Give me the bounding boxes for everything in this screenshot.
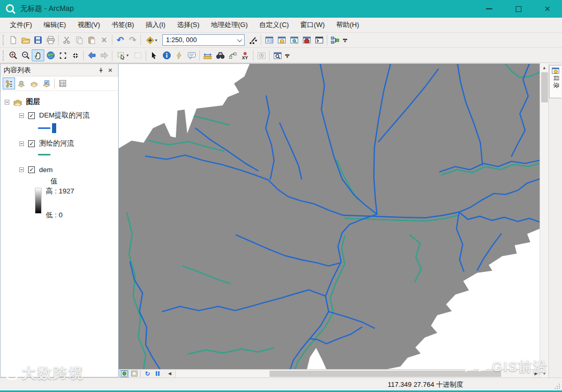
- pin-button[interactable]: [96, 66, 106, 75]
- menu-item-file[interactable]: 文件(F): [4, 18, 38, 32]
- vertical-scrollbar-thumb[interactable]: [541, 72, 548, 102]
- pause-drawing-button[interactable]: [153, 370, 162, 377]
- layout-view-button[interactable]: [130, 370, 138, 377]
- globe-icon: [46, 51, 55, 60]
- viewer-window-button[interactable]: [271, 49, 284, 61]
- save-button[interactable]: [32, 34, 44, 46]
- layer-checkbox[interactable]: ✓: [28, 140, 35, 147]
- toolbar-overflow-button[interactable]: ▬▾: [284, 53, 291, 58]
- layer-checkbox[interactable]: ✓: [28, 166, 35, 173]
- add-data-button[interactable]: ▾: [143, 34, 160, 46]
- list-by-visibility-button[interactable]: [28, 77, 40, 89]
- arctoolbox-window-button[interactable]: [300, 34, 313, 46]
- go-back-extent-button[interactable]: [85, 49, 98, 61]
- scroll-up-button[interactable]: ▲: [540, 63, 549, 72]
- menu-item-edit[interactable]: 编辑(E): [38, 18, 72, 32]
- go-to-xy-button[interactable]: XY: [239, 49, 251, 61]
- toolbar-grip[interactable]: [3, 35, 5, 45]
- search-window-button[interactable]: [288, 34, 300, 46]
- horizontal-scrollbar[interactable]: [175, 370, 532, 377]
- collapse-icon[interactable]: [19, 141, 24, 146]
- menu-item-geoprocessing[interactable]: 地理处理(G): [205, 18, 253, 32]
- menu-item-selection[interactable]: 选择(S): [171, 18, 205, 32]
- layer-row-dem[interactable]: ✓ dem: [1, 164, 118, 175]
- print-button[interactable]: [44, 34, 57, 46]
- layer-root-row[interactable]: 图层: [1, 96, 118, 108]
- modelbuilder-button[interactable]: [329, 34, 341, 46]
- cut-button[interactable]: [60, 34, 73, 46]
- list-by-selection-button[interactable]: [40, 77, 53, 89]
- layer-checkbox[interactable]: ✓: [28, 112, 35, 119]
- go-forward-extent-button[interactable]: [98, 49, 110, 61]
- toolbar-overflow-button[interactable]: ▬▾: [341, 37, 349, 43]
- identify-button[interactable]: [160, 49, 173, 61]
- toolbar-grip[interactable]: [3, 50, 5, 61]
- scroll-right-button[interactable]: ▶: [532, 371, 540, 376]
- scale-combobox[interactable]: 1:250, 000: [162, 34, 245, 46]
- new-map-button[interactable]: [7, 34, 19, 46]
- catalog-tab[interactable]: 目录: [549, 65, 561, 98]
- refresh-view-button[interactable]: ↻: [143, 370, 152, 377]
- collapse-icon[interactable]: [19, 113, 24, 118]
- full-extent-button[interactable]: [44, 49, 57, 61]
- menu-item-insert[interactable]: 插入(I): [140, 18, 171, 32]
- open-button[interactable]: [19, 34, 32, 46]
- find-route-button[interactable]: [226, 49, 239, 61]
- layout-view-icon: [131, 371, 137, 376]
- toc-options-button[interactable]: [56, 77, 69, 89]
- paste-button[interactable]: [85, 34, 98, 46]
- legend-high-label: 高 : 1927: [46, 187, 74, 196]
- pause-icon: [156, 371, 160, 376]
- toolbar-separator: [112, 35, 112, 45]
- fixed-zoom-out-button[interactable]: [69, 49, 82, 61]
- scale-dropdown-button[interactable]: [235, 35, 244, 45]
- python-window-button[interactable]: [313, 34, 325, 46]
- maximize-button[interactable]: [504, 0, 533, 18]
- list-by-drawing-order-button[interactable]: [3, 77, 15, 89]
- clear-selection-button[interactable]: [132, 49, 144, 61]
- copy-button[interactable]: [73, 34, 85, 46]
- undo-button[interactable]: ↶: [114, 34, 126, 46]
- menu-item-bookmarks[interactable]: 书签(B): [106, 18, 139, 32]
- layer-symbol-row[interactable]: [1, 121, 118, 135]
- delete-button[interactable]: ×: [98, 34, 110, 46]
- pan-tool-button[interactable]: [32, 49, 44, 61]
- scroll-down-button[interactable]: ▼: [540, 369, 549, 377]
- layer-row-surveyed-rivers[interactable]: ✓ 测绘的河流: [1, 138, 118, 149]
- data-view-button[interactable]: [120, 370, 129, 377]
- zoom-in-button[interactable]: [7, 49, 19, 61]
- resize-grip[interactable]: [554, 383, 560, 389]
- menu-item-help[interactable]: 帮助(H): [330, 18, 365, 32]
- map-canvas[interactable]: [119, 64, 540, 370]
- collapse-icon[interactable]: [19, 167, 24, 172]
- menu-item-windows[interactable]: 窗口(W): [295, 18, 330, 32]
- layer-row-dem-rivers[interactable]: ✓ DEM提取的河流: [1, 110, 118, 121]
- hyperlink-button[interactable]: [173, 49, 185, 61]
- toc-close-button[interactable]: ×: [106, 66, 115, 75]
- select-features-button[interactable]: ▾: [114, 49, 132, 61]
- close-button[interactable]: ×: [533, 0, 562, 18]
- scroll-left-button[interactable]: ◀: [166, 371, 173, 376]
- table-of-contents-window-button[interactable]: [263, 34, 275, 46]
- toolbar-separator: [112, 50, 112, 61]
- horizontal-scrollbar-thumb[interactable]: [270, 371, 501, 377]
- redo-button[interactable]: ↷: [126, 34, 139, 46]
- collapse-icon[interactable]: [5, 100, 9, 104]
- vertical-scrollbar[interactable]: ▲ ▼: [540, 63, 548, 377]
- layer-root-label: 图层: [26, 97, 40, 107]
- fixed-zoom-in-button[interactable]: [57, 49, 69, 61]
- printer-icon: [46, 36, 55, 44]
- catalog-window-button[interactable]: [275, 34, 288, 46]
- select-elements-button[interactable]: [148, 49, 160, 61]
- time-slider-button[interactable]: [255, 49, 267, 61]
- html-popup-button[interactable]: [185, 49, 198, 61]
- minimize-button[interactable]: [475, 0, 504, 18]
- layer-symbol-row[interactable]: [1, 149, 118, 160]
- zoom-out-button[interactable]: [19, 49, 32, 61]
- list-by-source-button[interactable]: [15, 77, 28, 89]
- menu-item-customize[interactable]: 自定义(C): [253, 18, 295, 32]
- menu-item-view[interactable]: 视图(V): [72, 18, 106, 32]
- editor-toolbar-button[interactable]: [247, 34, 259, 46]
- find-button[interactable]: [214, 49, 226, 61]
- measure-button[interactable]: [201, 49, 214, 61]
